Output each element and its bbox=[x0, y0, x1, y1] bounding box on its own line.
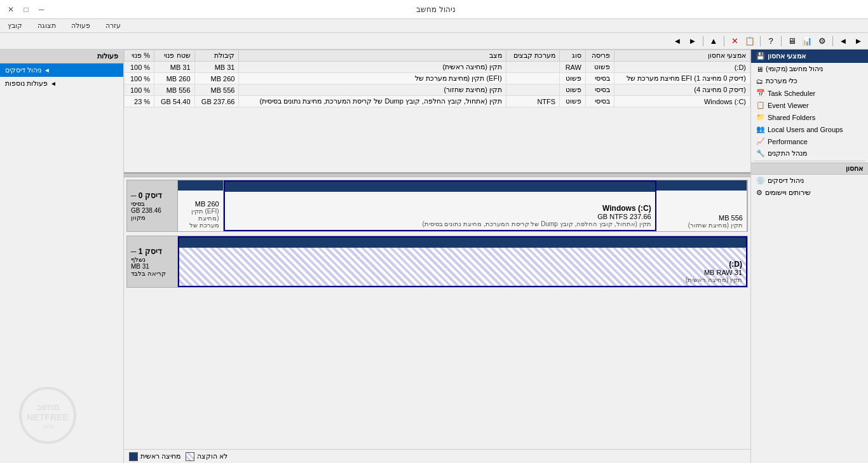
right-panel-services[interactable]: שירותים ויישומים ⚙ bbox=[751, 187, 868, 199]
legend-bar: לא הוקצה מחיצה ראשית bbox=[124, 449, 750, 463]
partition-content: MB 556תקין (מחיצת שחזור) bbox=[660, 214, 743, 229]
disk-size: GB 238.46 bbox=[131, 207, 161, 214]
disk-info: דיסק 0 ─ בסיסי GB 238.46 מקוון bbox=[127, 180, 178, 231]
right-panel-device-icon: 🔧 bbox=[756, 149, 765, 158]
col-fs: מערכת קבצים bbox=[506, 50, 559, 62]
table-cell: (C:) Windows bbox=[614, 96, 750, 107]
right-panel-performance[interactable]: Performance 📈 bbox=[751, 135, 868, 147]
disk-partitions: (D:)MB RAW 31תקין (מחיצה ראשית) bbox=[178, 236, 747, 287]
toolbar-settings[interactable]: ⚙ bbox=[815, 34, 829, 48]
table-cell: בסיסי bbox=[585, 73, 614, 84]
table-row[interactable]: (C:) WindowsבסיסיפשוטNTFSתקין (אתחול, קו… bbox=[125, 96, 750, 107]
right-panel-storage-header: אחסון bbox=[751, 163, 868, 175]
right-panel-computer-mgmt[interactable]: ניהול מחשב (מקומי) 🖥 bbox=[751, 63, 868, 75]
partition-header-bar bbox=[225, 182, 655, 192]
col-type: סוג bbox=[560, 50, 586, 62]
table-cell: פשוט bbox=[560, 84, 586, 96]
partition-content: (C:) WindowsGB NTFS 237.66תקין (אתחול, ק… bbox=[229, 204, 651, 227]
partition-header-bar bbox=[178, 180, 223, 191]
partition[interactable]: MB 260(EFI) תקין (מחיצת מערכת של bbox=[178, 180, 224, 231]
disk-info: דיסק 1 ─ נשלף MB 31 קריאה בלבד bbox=[127, 236, 178, 287]
toolbar-delete[interactable]: ✕ bbox=[728, 34, 742, 48]
close-button[interactable]: ✕ bbox=[5, 4, 17, 15]
right-panel-shared-folders[interactable]: Shared Folders 📁 bbox=[751, 111, 868, 123]
menu-action[interactable]: פעולה bbox=[69, 20, 93, 31]
sidebar-header: פעולות bbox=[0, 50, 123, 64]
disk-name: דיסק 1 ─ bbox=[131, 247, 162, 256]
right-panel-tools[interactable]: כלי מערכת 🗂 bbox=[751, 75, 868, 87]
table-cell bbox=[506, 73, 559, 84]
toolbar-nav-left[interactable]: ◄ bbox=[836, 34, 850, 48]
toolbar-help[interactable]: ? bbox=[764, 34, 778, 48]
table-cell: (דיסק 0 מחיצה 1) EFI מחיצת מערכת של bbox=[614, 73, 750, 84]
table-cell: GB 54.40 bbox=[154, 96, 194, 107]
partition-header-bar bbox=[656, 180, 747, 191]
right-panel-scheduler[interactable]: Task Scheduler 📅 bbox=[751, 87, 868, 99]
partition-size: MB 556 bbox=[660, 214, 743, 222]
col-storage: אמצעי אחסון bbox=[614, 50, 750, 62]
right-panel-event-viewer[interactable]: Event Viewer 📋 bbox=[751, 99, 868, 111]
minimize-button[interactable]: ─ bbox=[36, 4, 47, 15]
right-panel-computer-label: ניהול מחשב (מקומי) bbox=[766, 65, 823, 73]
menu-view[interactable]: תצוגה bbox=[35, 20, 58, 31]
table-cell: MB 556 bbox=[194, 84, 239, 96]
table-row[interactable]: (D:)פשוטRAWתקין (מחיצה ראשית)MB 31MB 31%… bbox=[125, 62, 750, 73]
right-panel-local-icon: 👥 bbox=[756, 125, 765, 133]
menu-file[interactable]: קובץ bbox=[5, 20, 25, 31]
right-panel-device-label: מנהל התקנים bbox=[768, 149, 807, 158]
right-panel-device-mgr[interactable]: מנהל התקנים 🔧 bbox=[751, 147, 868, 159]
table-cell: MB 31 bbox=[194, 62, 239, 73]
right-panel-disk-label: ניהול דיסקים bbox=[768, 177, 804, 185]
toolbar-sep3 bbox=[760, 36, 761, 46]
sidebar-arrow2: ◄ bbox=[50, 80, 57, 87]
right-panel-shared-icon: 📁 bbox=[756, 113, 765, 121]
table-cell: % 23 bbox=[125, 96, 154, 107]
disk-status: קריאה בלבד bbox=[131, 270, 166, 277]
partition-detail: (EFI) תקין (מחיצת מערכת של bbox=[182, 208, 219, 229]
menu-bar: עזרה פעולה תצוגה קובץ bbox=[0, 19, 868, 33]
table-cell: (דיסק 0 מחיצה 4) bbox=[614, 84, 750, 96]
toolbar-properties[interactable]: 📋 bbox=[743, 34, 757, 48]
maximize-button[interactable]: □ bbox=[20, 4, 32, 15]
disk-row: דיסק 1 ─ נשלף MB 31 קריאה בלבד (D:)MB RA… bbox=[126, 236, 748, 288]
toolbar-chart[interactable]: 📊 bbox=[800, 34, 814, 48]
right-panel-disk-icon: 💿 bbox=[756, 177, 765, 185]
partition-size: MB RAW 31 bbox=[183, 269, 742, 276]
disk-status: מקוון bbox=[131, 214, 146, 221]
toolbar-forward[interactable]: ► bbox=[686, 34, 700, 48]
partition[interactable]: MB 556תקין (מחיצת שחזור) bbox=[656, 180, 747, 231]
table-cell: % 100 bbox=[125, 84, 154, 96]
table-area: אמצעי אחסון פריסה סוג מערכת קבצים מצב קי… bbox=[124, 50, 750, 173]
table-cell: בסיסי bbox=[585, 96, 614, 107]
menu-help[interactable]: עזרה bbox=[103, 20, 123, 31]
col-status: מצב bbox=[239, 50, 506, 62]
toolbar-nav-right[interactable]: ► bbox=[851, 34, 865, 48]
toolbar-back[interactable]: ◄ bbox=[670, 34, 684, 48]
table-cell: GB 237.66 bbox=[194, 96, 239, 107]
partition[interactable]: (D:)MB RAW 31תקין (מחיצה ראשית) bbox=[178, 236, 747, 287]
disk-type: נשלף bbox=[131, 256, 146, 263]
table-row[interactable]: (דיסק 0 מחיצה 4)בסיסיפשוטתקין (מחיצת שחז… bbox=[125, 84, 750, 96]
partition-name: (D:) bbox=[183, 260, 742, 269]
right-panel-tools-label: כלי מערכת bbox=[766, 77, 797, 85]
right-panel-services-label: שירותים ויישומים bbox=[765, 189, 811, 197]
sidebar-item-more-actions[interactable]: ◄ פעולות נוספות bbox=[0, 77, 123, 90]
title-bar-title: ניהול מחשב bbox=[416, 5, 455, 14]
disk-area: דיסק 0 ─ בסיסי GB 238.46 מקוון MB 260(EF… bbox=[124, 177, 750, 449]
table-cell: (D:) bbox=[614, 62, 750, 73]
title-bar: ✕ □ ─ ניהול מחשב bbox=[0, 0, 868, 19]
table-row[interactable]: (דיסק 0 מחיצה 1) EFI מחיצת מערכת שלבסיסי… bbox=[125, 73, 750, 84]
col-layout: פריסה bbox=[585, 50, 614, 62]
table-cell: MB 260 bbox=[194, 73, 239, 84]
partition-content: MB 260(EFI) תקין (מחיצת מערכת של bbox=[182, 200, 219, 229]
toolbar-computer[interactable]: 🖥 bbox=[785, 34, 799, 48]
toolbar-up[interactable]: ▲ bbox=[707, 34, 721, 48]
table-cell: פשוט bbox=[560, 96, 586, 107]
legend-unalloc-label: לא הוקצה bbox=[197, 452, 227, 460]
partition-detail: תקין (מחיצת שחזור) bbox=[660, 222, 743, 229]
partition[interactable]: (C:) WindowsGB NTFS 237.66תקין (אתחול, ק… bbox=[224, 180, 656, 231]
right-panel-disk-mgmt[interactable]: ניהול דיסקים 💿 bbox=[751, 175, 868, 187]
right-panel-event-label: Event Viewer bbox=[768, 102, 809, 109]
right-panel-local-users[interactable]: Local Users and Groups 👥 bbox=[751, 123, 868, 135]
sidebar-item-disk-management[interactable]: ◄ ניהול דיסקים bbox=[0, 64, 123, 77]
